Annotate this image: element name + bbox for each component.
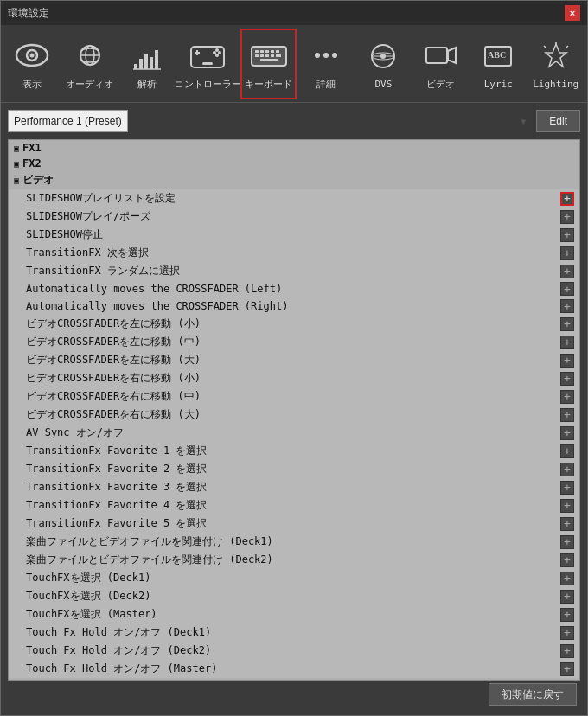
list-item[interactable]: TouchFXを選択 (Deck1)+ [9, 569, 579, 587]
toolbar: 表示 オーディオ [1, 25, 587, 103]
item-text: Touch Fx Hold オン/オフ (Deck1) [26, 625, 557, 640]
svg-point-18 [215, 54, 219, 57]
list-item[interactable]: ビデオCROSSFADERを右に移動 (大)+ [9, 406, 579, 424]
edit-button[interactable]: Edit [536, 110, 580, 132]
toolbar-item-display[interactable]: 表示 [4, 29, 60, 99]
svg-marker-40 [448, 48, 456, 63]
svg-text:ABC: ABC [488, 50, 506, 60]
plus-button[interactable]: + [560, 390, 574, 404]
list-item[interactable]: ビデオCROSSFADERを左に移動 (大)+ [9, 351, 579, 369]
list-item[interactable]: TransitionFX 次を選択+ [9, 244, 579, 262]
group-header-video[interactable]: ▣ ビデオ [9, 171, 579, 189]
plus-button[interactable]: + [560, 228, 574, 242]
list-item[interactable]: TransitionFX ランダムに選択+ [9, 262, 579, 280]
list-item[interactable]: SLIDESHOWプレイリストを設定+ [9, 189, 579, 208]
preset-select[interactable]: Performance 1 (Preset) [8, 110, 128, 132]
list-item[interactable]: TransitionFx Favorite 3 を選択+ [9, 478, 579, 496]
group-label-video: ビデオ [22, 173, 54, 188]
plus-button[interactable]: + [560, 517, 574, 531]
plus-button[interactable]: + [560, 372, 574, 386]
svg-rect-10 [155, 50, 158, 69]
list-item[interactable]: TransitionFx Favorite 4 を選択+ [9, 496, 579, 515]
item-text: ビデオCROSSFADERを右に移動 (中) [26, 389, 557, 404]
plus-button[interactable]: + [560, 444, 574, 458]
reset-button[interactable]: 初期値に戻す [489, 683, 577, 706]
svg-rect-19 [202, 62, 213, 65]
toolbar-item-analyze[interactable]: 解析 [119, 29, 175, 99]
toolbar-item-audio[interactable]: オーディオ [61, 29, 117, 99]
plus-button[interactable]: + [560, 572, 574, 585]
plus-button[interactable]: + [560, 210, 574, 224]
svg-point-16 [218, 51, 221, 54]
item-text: TouchFXを選択 (Deck1) [26, 571, 557, 585]
list-item[interactable]: ビデオCROSSFADERを右に移動 (小)+ [9, 369, 579, 387]
list-item[interactable]: ビデオCROSSFADERを右に移動 (中)+ [9, 387, 579, 406]
item-text: 楽曲ファイルとビデオファイルを関連付け (Deck2) [26, 553, 557, 567]
list-item[interactable]: Automatically moves the CROSSFADER (Righ… [9, 297, 579, 315]
plus-button[interactable]: + [560, 299, 574, 313]
list-item[interactable]: TouchFXを選択 (Deck2)+ [9, 587, 579, 605]
list-item[interactable]: TransitionFx Favorite 5 を選択+ [9, 515, 579, 533]
list-item[interactable]: 楽曲ファイルとビデオファイルを関連付け (Deck1)+ [9, 533, 579, 551]
plus-button[interactable]: + [560, 590, 574, 604]
toolbar-item-dvs[interactable]: DVS [355, 29, 411, 99]
plus-button[interactable]: + [560, 608, 574, 622]
list-item[interactable]: TransitionFx Favorite 2 を選択+ [9, 460, 579, 478]
item-text: ビデオCROSSFADERを左に移動 (小) [26, 316, 557, 331]
plus-button[interactable]: + [560, 626, 574, 640]
preset-select-wrap: Performance 1 (Preset) [8, 110, 531, 132]
toolbar-item-video[interactable]: ビデオ [413, 29, 469, 99]
list-item[interactable]: TouchFXを選択 (Master)+ [9, 605, 579, 623]
plus-button[interactable]: + [560, 192, 574, 206]
toolbar-item-keyboard[interactable]: キーボード [240, 29, 296, 99]
item-text: AV Sync オン/オフ [26, 425, 557, 440]
plus-button[interactable]: + [560, 535, 574, 549]
plus-button[interactable]: + [560, 246, 574, 260]
list-item[interactable]: Touch Fx Hold オン/オフ (Master)+ [9, 660, 579, 678]
toolbar-item-lighting[interactable]: Lighting [528, 29, 584, 99]
plus-button[interactable]: + [560, 426, 574, 440]
plus-button[interactable]: + [560, 408, 574, 422]
svg-rect-22 [260, 50, 264, 53]
group-header-fx2[interactable]: ▣ FX2 [9, 156, 579, 171]
plus-button[interactable]: + [560, 282, 574, 296]
svg-line-44 [566, 46, 568, 48]
list-item[interactable]: SLIDESHOWプレイ/ポーズ+ [9, 208, 579, 226]
list-item[interactable]: ビデオCROSSFADERを左に移動 (中)+ [9, 333, 579, 351]
group-label-fx1: FX1 [22, 142, 42, 154]
list-item[interactable]: Touch Fx Hold オン/オフ (Deck2)+ [9, 642, 579, 660]
list-item[interactable]: Automatically moves the CROSSFADER (Left… [9, 280, 579, 297]
list-item[interactable]: Touch Fx Hold オン/オフ (Deck1)+ [9, 623, 579, 642]
preset-bar: Performance 1 (Preset) Edit [8, 110, 580, 132]
plus-button[interactable]: + [560, 317, 574, 331]
plus-button[interactable]: + [560, 553, 574, 567]
list-item[interactable]: SLIDESHOW停止+ [9, 226, 579, 244]
item-text: TransitionFx Favorite 1 を選択 [26, 444, 557, 458]
list-area: ▣ FX1 ▣ FX2 ▣ ビデオ SLIDESHOWプレイリストを設定+SLI… [8, 139, 580, 681]
list-item[interactable]: ビデオCROSSFADERを左に移動 (小)+ [9, 315, 579, 333]
toolbar-item-controller[interactable]: コントローラー [176, 29, 239, 99]
plus-button[interactable]: + [560, 265, 574, 278]
plus-button[interactable]: + [560, 644, 574, 658]
close-button[interactable]: × [565, 5, 580, 21]
toolbar-item-detail[interactable]: 詳細 [298, 29, 354, 99]
plus-button[interactable]: + [560, 354, 574, 368]
svg-rect-21 [255, 50, 259, 53]
group-header-fx1[interactable]: ▣ FX1 [9, 140, 579, 156]
plus-button[interactable]: + [560, 463, 574, 476]
item-text: Automatically moves the CROSSFADER (Righ… [26, 300, 557, 312]
plus-button[interactable]: + [560, 336, 574, 349]
list-content[interactable]: ▣ FX1 ▣ FX2 ▣ ビデオ SLIDESHOWプレイリストを設定+SLI… [9, 140, 579, 680]
list-item[interactable]: 楽曲ファイルとビデオファイルを関連付け (Deck2)+ [9, 551, 579, 569]
plus-button[interactable]: + [560, 662, 574, 676]
keyboard-icon [250, 36, 288, 74]
toolbar-item-lyric[interactable]: ABC Lyric [470, 29, 526, 99]
list-item[interactable]: AV Sync オン/オフ+ [9, 424, 579, 442]
list-item[interactable]: TransitionFx Favorite 1 を選択+ [9, 442, 579, 460]
plus-button[interactable]: + [560, 481, 574, 495]
svg-rect-27 [260, 54, 264, 57]
toolbar-label-display: 表示 [22, 78, 42, 91]
dvs-icon [364, 37, 402, 75]
svg-point-2 [30, 54, 35, 58]
plus-button[interactable]: + [560, 499, 574, 513]
